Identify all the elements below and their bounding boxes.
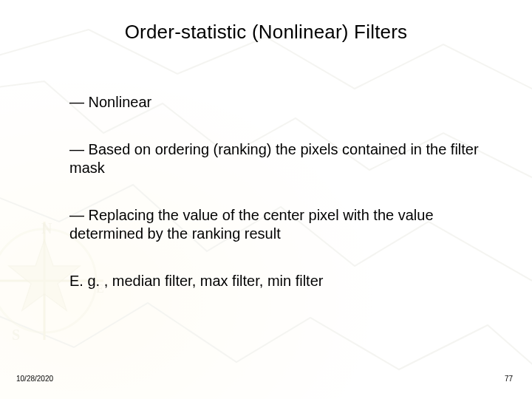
footer-page-number: 77 [505, 375, 513, 383]
slide: Order-statistic (Nonlinear) Filters — No… [0, 0, 532, 399]
slide-body: — Nonlinear — Based on ordering (ranking… [69, 93, 492, 290]
bullet-item: — Based on ordering (ranking) the pixels… [69, 140, 492, 177]
slide-title: Order-statistic (Nonlinear) Filters [0, 21, 532, 44]
bullet-item: — Replacing the value of the center pixe… [69, 206, 492, 242]
footer-date: 10/28/2020 [16, 375, 53, 383]
bullet-item: — Nonlinear [69, 93, 492, 111]
bullet-item: E. g. , median filter, max filter, min f… [69, 272, 492, 290]
